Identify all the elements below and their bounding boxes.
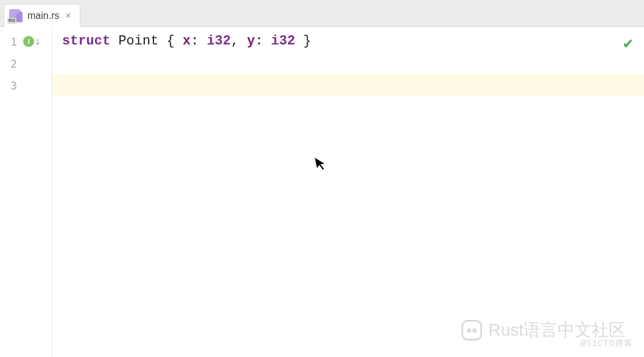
tab-bar: RS main.rs × xyxy=(0,0,644,27)
token-punct: } xyxy=(295,34,311,49)
token-type: i32 xyxy=(271,34,295,49)
ide-window: RS main.rs × 1 I ↓ 2 3 struct Point { x:… xyxy=(0,0,644,357)
close-icon[interactable]: × xyxy=(64,10,72,22)
line-number: 2 xyxy=(0,57,17,70)
gutter-row[interactable]: 3 xyxy=(0,74,52,96)
token-punct: : xyxy=(191,34,206,49)
code-line-current[interactable] xyxy=(52,74,644,96)
token-field: y xyxy=(247,34,255,49)
gutter: 1 I ↓ 2 3 xyxy=(0,27,52,357)
editor-area: 1 I ↓ 2 3 struct Point { x: i32, y: i32 … xyxy=(0,27,644,357)
implement-icon[interactable]: I xyxy=(23,36,34,47)
wechat-icon xyxy=(461,320,482,341)
code-line[interactable]: struct Point { x: i32, y: i32 } xyxy=(52,30,644,52)
chevron-down-icon[interactable]: ↓ xyxy=(35,37,40,46)
tab-filename: main.rs xyxy=(27,10,59,21)
token-punct: , xyxy=(231,34,247,49)
line-number: 3 xyxy=(0,79,17,92)
token-ident: Point xyxy=(110,34,166,49)
code-area[interactable]: struct Point { x: i32, y: i32 } ✔ Rust语言… xyxy=(52,27,644,357)
code-line[interactable] xyxy=(52,52,644,74)
token-punct: : xyxy=(255,34,271,49)
tab-main-rs[interactable]: RS main.rs × xyxy=(4,4,80,27)
analysis-ok-icon[interactable]: ✔ xyxy=(623,33,633,55)
gutter-row[interactable]: 2 xyxy=(0,52,52,74)
token-punct: { xyxy=(167,34,183,49)
line-number: 1 xyxy=(0,35,17,48)
token-keyword: struct xyxy=(62,34,110,49)
token-field: x xyxy=(183,34,191,49)
watermark-source: @51CTO博客 xyxy=(581,333,633,355)
gutter-row[interactable]: 1 I ↓ xyxy=(0,30,52,52)
rust-file-icon: RS xyxy=(9,9,23,23)
token-type: i32 xyxy=(207,34,231,49)
mouse-cursor-icon xyxy=(313,154,330,179)
